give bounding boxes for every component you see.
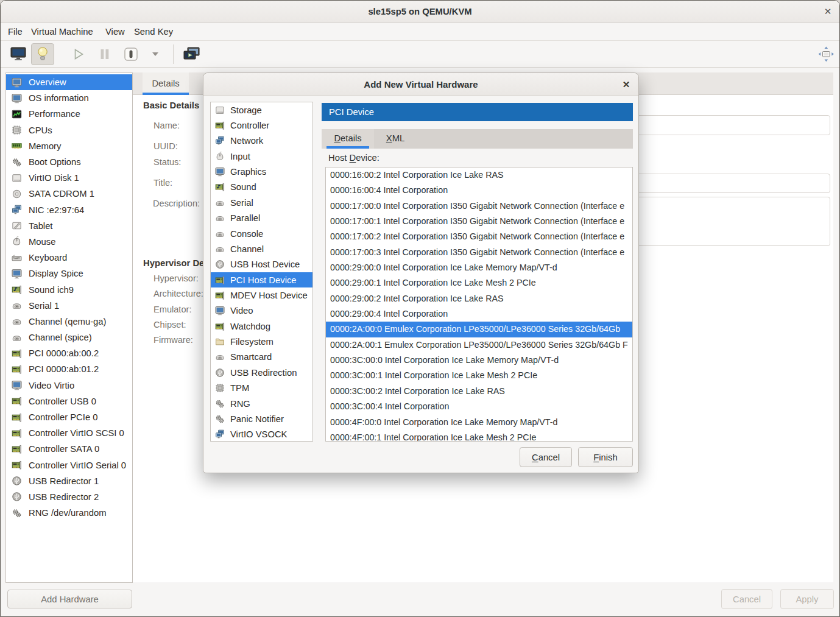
sidebar-item[interactable]: SATA CDROM 1 [6, 186, 132, 202]
sidebar-item[interactable]: RNG /dev/urandom [6, 505, 132, 521]
host-device-row[interactable]: 0000:3C:00:1 Intel Corporation Ice Lake … [326, 368, 632, 383]
sidebar-item[interactable]: Channel (qemu-ga) [6, 314, 132, 330]
host-device-row[interactable]: 0000:16:00:2 Intel Corporation Ice Lake … [326, 167, 632, 183]
shutdown-dropdown-button[interactable] [149, 43, 162, 65]
fullscreen-button[interactable] [816, 43, 836, 65]
host-device-row[interactable]: 0000:3C:00:0 Intel Corporation Ice Lake … [326, 353, 632, 368]
sidebar-item[interactable]: Display Spice [6, 266, 132, 281]
hardware-type-item[interactable]: Console [211, 226, 312, 241]
sidebar-item[interactable]: USB Redirector 2 [6, 489, 132, 505]
dialog-finish-button[interactable]: Finish [578, 447, 633, 467]
cancel-button[interactable]: Cancel [721, 589, 772, 609]
menu-view[interactable]: View [105, 23, 125, 41]
hardware-type-item[interactable]: Channel [211, 241, 312, 256]
hardware-type-item[interactable]: USB Host Device [211, 257, 312, 272]
hardware-type-item[interactable]: Controller [211, 118, 312, 133]
sidebar-item[interactable]: VirtIO Disk 1 [6, 170, 132, 186]
description-label: Description: [153, 199, 200, 208]
host-device-row[interactable]: 0000:2A:00:1 Emulex Corporation LPe35000… [326, 337, 632, 353]
tab-details[interactable]: Details [143, 72, 189, 95]
show-details-button[interactable] [31, 43, 54, 65]
hardware-type-item[interactable]: TPM [211, 380, 312, 395]
host-device-row[interactable]: 0000:2A:00:0 Emulex Corporation LPe35000… [326, 322, 632, 337]
menu-virtual-machine[interactable]: Virtual Machine [31, 23, 93, 41]
host-device-row[interactable]: 0000:29:00:0 Intel Corporation Ice Lake … [326, 260, 632, 275]
window-close-icon[interactable]: ✕ [816, 1, 839, 23]
apply-button[interactable]: Apply [780, 589, 834, 609]
hardware-type-item[interactable]: USB Redirection [211, 365, 312, 380]
host-device-row[interactable]: 0000:29:00:1 Intel Corporation Ice Lake … [326, 275, 632, 291]
run-button[interactable] [68, 43, 90, 65]
hardware-type-item[interactable]: Panic Notifier [211, 411, 312, 426]
menu-send-key[interactable]: Send Key [134, 23, 173, 41]
hardware-type-item[interactable]: Serial [211, 195, 312, 210]
virtual-displays-button[interactable] [181, 43, 202, 65]
host-device-row[interactable]: 0000:16:00:4 Intel Corporation [326, 183, 632, 198]
tab-xml[interactable]: XML [374, 129, 417, 149]
sidebar-item[interactable]: Performance [6, 106, 132, 122]
hardware-type-item[interactable]: Graphics [211, 164, 312, 179]
hardware-type-item[interactable]: Video [211, 303, 312, 319]
pause-button[interactable] [96, 43, 114, 65]
host-device-row[interactable]: 0000:17:00:2 Intel Corporation I350 Giga… [326, 229, 632, 244]
host-device-row[interactable]: 0000:17:00:3 Intel Corporation I350 Giga… [326, 245, 632, 260]
sidebar-item[interactable]: Controller PCIe 0 [6, 409, 132, 425]
hardware-type-item[interactable]: Filesystem [211, 334, 312, 349]
sidebar-item[interactable]: Controller VirtIO SCSI 0 [6, 425, 132, 441]
hardware-type-item[interactable]: RNG [211, 396, 312, 411]
cancel-label: Cancel [733, 594, 761, 604]
hardware-type-item[interactable]: Watchdog [211, 319, 312, 334]
hardware-type-item[interactable]: Smartcard [211, 350, 312, 365]
sidebar-item[interactable]: CPUs [6, 122, 132, 138]
hardware-type-item[interactable]: Parallel [211, 211, 312, 226]
hardware-type-item[interactable]: Storage [211, 102, 312, 118]
shutdown-button[interactable] [121, 43, 141, 65]
host-device-row[interactable]: 0000:3C:00:4 Intel Corporation [326, 399, 632, 414]
sidebar-item[interactable]: Video Virtio [6, 378, 132, 393]
toolbar-separator [173, 44, 174, 64]
sidebar-item[interactable]: Mouse [6, 234, 132, 250]
host-device-row[interactable]: 0000:4F:00:0 Intel Corporation Ice Lake … [326, 415, 632, 430]
sidebar-item[interactable]: Sound ich9 [6, 281, 132, 297]
hardware-type-item[interactable]: PCI Host Device [211, 272, 312, 287]
dialog-close-icon[interactable]: ✕ [614, 73, 638, 96]
add-hardware-button[interactable]: Add Hardware [7, 590, 132, 608]
menu-file[interactable]: File [8, 23, 23, 41]
titlebar[interactable]: sle15sp5 on QEMU/KVM ✕ [1, 1, 839, 23]
architecture-label: Architecture: [154, 289, 203, 298]
sidebar-item[interactable]: USB Redirector 1 [6, 473, 132, 489]
hardware-type-item[interactable]: Input [211, 149, 312, 164]
sidebar-item[interactable]: Controller VirtIO Serial 0 [6, 457, 132, 473]
host-device-row[interactable]: 0000:17:00:0 Intel Corporation I350 Giga… [326, 199, 632, 214]
hardware-type-item[interactable]: VirtIO VSOCK [211, 427, 312, 442]
host-device-row[interactable]: 0000:29:00:4 Intel Corporation [326, 306, 632, 322]
sidebar-item[interactable]: Controller SATA 0 [6, 441, 132, 457]
sidebar-item[interactable]: Tablet [6, 218, 132, 234]
dialog-titlebar[interactable]: Add New Virtual Hardware ✕ [203, 73, 638, 96]
pcicard-icon [12, 444, 22, 454]
hardware-type-item[interactable]: MDEV Host Device [211, 287, 312, 303]
host-device-row[interactable]: 0000:3C:00:2 Intel Corporation Ice Lake … [326, 384, 632, 399]
sidebar-item[interactable]: PCI 0000:ab:00.2 [6, 345, 132, 361]
hardware-type-label: Watchdog [230, 322, 270, 331]
dialog-cancel-button[interactable]: Cancel [520, 447, 572, 467]
sidebar-item[interactable]: OS information [6, 90, 132, 106]
hardware-type-item[interactable]: Sound [211, 180, 312, 195]
sidebar-item[interactable]: Serial 1 [6, 298, 132, 314]
host-device-row[interactable]: 0000:4F:00:1 Intel Corporation Ice Lake … [326, 430, 632, 442]
dialog-cancel-label: Cancel [532, 453, 560, 462]
window-title: sle15sp5 on QEMU/KVM [1, 1, 839, 23]
show-console-button[interactable] [8, 43, 29, 65]
sidebar-item[interactable]: PCI 0000:ab:01.2 [6, 361, 132, 377]
sidebar-item[interactable]: Memory [6, 138, 132, 154]
sidebar-item[interactable]: Controller USB 0 [6, 393, 132, 409]
sidebar-item[interactable]: Channel (spice) [6, 330, 132, 345]
host-device-row[interactable]: 0000:17:00:1 Intel Corporation I350 Giga… [326, 214, 632, 229]
host-device-row[interactable]: 0000:29:00:2 Intel Corporation Ice Lake … [326, 291, 632, 306]
sidebar-item[interactable]: Keyboard [6, 250, 132, 266]
sidebar-item[interactable]: Boot Options [6, 154, 132, 170]
hardware-type-item[interactable]: Network [211, 133, 312, 149]
pcicard-icon [215, 291, 225, 300]
sidebar-item[interactable]: NIC :e2:97:64 [6, 202, 132, 218]
sidebar-item[interactable]: Overview [6, 74, 132, 90]
